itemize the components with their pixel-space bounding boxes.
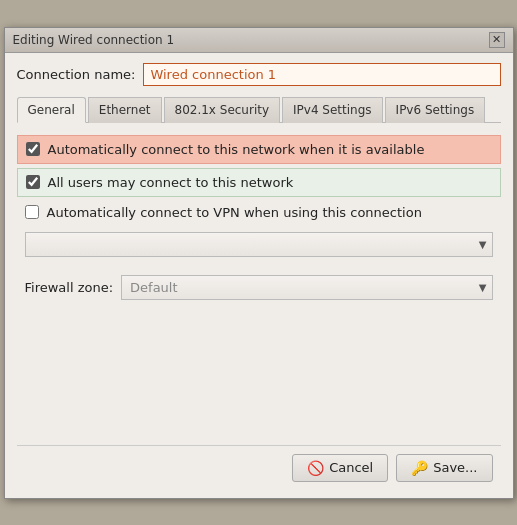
firewall-row: Firewall zone: Default ▼ <box>17 273 501 302</box>
tab-ipv4-settings[interactable]: IPv4 Settings <box>282 97 383 123</box>
titlebar: Editing Wired connection 1 ✕ <box>5 28 513 53</box>
cancel-icon: 🚫 <box>307 460 324 476</box>
button-row: 🚫 Cancel 🔑 Save... <box>17 445 501 486</box>
firewall-label: Firewall zone: <box>25 280 114 295</box>
vpn-dropdown[interactable] <box>25 232 493 257</box>
save-icon: 🔑 <box>411 460 428 476</box>
tab-panel-general: Automatically connect to this network wh… <box>17 135 501 435</box>
all-users-row: All users may connect to this network <box>17 168 501 197</box>
all-users-checkbox[interactable] <box>26 175 40 189</box>
tab-802-1x-security[interactable]: 802.1x Security <box>164 97 281 123</box>
firewall-dropdown[interactable]: Default <box>121 275 492 300</box>
vpn-dropdown-row: ▼ <box>17 230 501 259</box>
firewall-dropdown-wrapper: Default ▼ <box>121 275 492 300</box>
tab-ethernet[interactable]: Ethernet <box>88 97 162 123</box>
main-window: Editing Wired connection 1 ✕ Connection … <box>4 27 514 499</box>
save-button-label: Save... <box>433 460 477 475</box>
save-button[interactable]: 🔑 Save... <box>396 454 492 482</box>
vpn-checkbox[interactable] <box>25 205 39 219</box>
window-title: Editing Wired connection 1 <box>13 33 175 47</box>
panel-body: Automatically connect to this network wh… <box>17 135 501 435</box>
vpn-dropdown-wrapper: ▼ <box>25 232 493 257</box>
auto-connect-row: Automatically connect to this network wh… <box>17 135 501 164</box>
tab-ipv6-settings[interactable]: IPv6 Settings <box>385 97 486 123</box>
auto-connect-checkbox[interactable] <box>26 142 40 156</box>
content-area: Connection name: General Ethernet 802.1x… <box>5 53 513 498</box>
connection-name-row: Connection name: <box>17 63 501 86</box>
cancel-button-label: Cancel <box>329 460 373 475</box>
cancel-button[interactable]: 🚫 Cancel <box>292 454 388 482</box>
vpn-row: Automatically connect to VPN when using … <box>17 201 501 224</box>
connection-name-label: Connection name: <box>17 67 136 82</box>
connection-name-input[interactable] <box>143 63 500 86</box>
vpn-label: Automatically connect to VPN when using … <box>47 205 422 220</box>
tab-bar: General Ethernet 802.1x Security IPv4 Se… <box>17 96 501 123</box>
tab-general[interactable]: General <box>17 97 86 123</box>
close-button[interactable]: ✕ <box>489 32 505 48</box>
all-users-label: All users may connect to this network <box>48 175 294 190</box>
auto-connect-label: Automatically connect to this network wh… <box>48 142 425 157</box>
